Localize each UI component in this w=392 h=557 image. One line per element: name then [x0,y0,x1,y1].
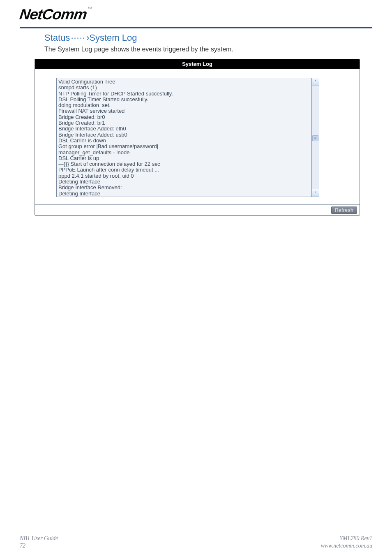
log-textarea[interactable]: Valid Configuration Tree snmpd starts (1… [56,78,312,197]
breadcrumb-tail: System Log [89,32,137,43]
system-log-panel: System Log Valid Configuration Tree snmp… [35,59,360,216]
footer-doc-rev: YML780 Rev1 [321,535,372,542]
page: NetComm™ Status·····›System Log The Syst… [0,0,392,557]
grip-icon: ≡ [313,136,318,140]
footer-guide-title: NB1 User Guide [20,535,58,542]
footer-page-number: 72 [20,542,58,550]
breadcrumb: Status·····›System Log [44,32,372,43]
page-footer: NB1 User Guide 72 YML780 Rev1 www.netcom… [20,533,372,550]
footer-row: NB1 User Guide 72 YML780 Rev1 www.netcom… [20,535,372,550]
footer-url: www.netcomm.com.au [321,542,372,550]
footer-right: YML780 Rev1 www.netcomm.com.au [321,535,372,550]
scroll-thumb[interactable]: ≡ [312,135,318,141]
panel-footer: Refresh [35,204,360,215]
brand-logo: NetComm™ [20,6,92,23]
log-wrap: Valid Configuration Tree snmpd starts (1… [56,78,354,197]
panel-body: Valid Configuration Tree snmpd starts (1… [35,69,360,204]
scrollbar[interactable]: ˄ ≡ ˅ [312,78,319,197]
brand-header: NetComm™ [20,6,372,28]
scroll-up-button[interactable]: ˄ [312,78,319,86]
refresh-button[interactable]: Refresh [331,207,357,214]
breadcrumb-dots: ····· [71,32,85,43]
breadcrumb-lead: Status [44,32,70,43]
scroll-track[interactable]: ≡ [312,86,319,189]
footer-left: NB1 User Guide 72 [20,535,58,550]
chevron-down-icon: ˅ [314,191,316,195]
panel-title: System Log [35,59,360,69]
page-intro: The System Log page shows the events tri… [44,46,372,53]
footer-divider [20,533,372,533]
trademark-icon: ™ [88,6,92,11]
scroll-down-button[interactable]: ˅ [312,189,319,197]
chevron-up-icon: ˄ [314,80,316,84]
brand-logo-text: NetComm [18,6,88,23]
